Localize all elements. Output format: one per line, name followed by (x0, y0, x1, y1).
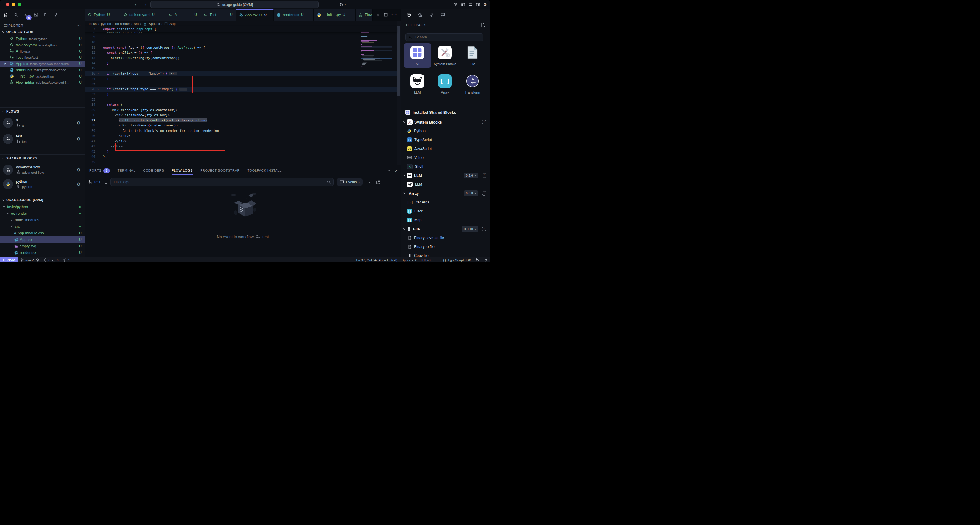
gear-icon[interactable]: ⚙ (76, 137, 80, 141)
code-line-12[interactable]: 12 const onClick = () => { (84, 50, 397, 56)
eol-setting[interactable]: LF (433, 257, 441, 263)
tab-render.tsx[interactable]: render.tsxU (274, 9, 314, 21)
block-item-binary-to-file[interactable]: Binary to file (401, 242, 490, 251)
tab-A[interactable]: AU (165, 9, 200, 21)
code-line-8[interactable]: 8 contextProps: any; (84, 32, 397, 35)
tree-item-App.tsx[interactable]: App.tsxU (0, 236, 84, 243)
code-line-10[interactable]: 10 (84, 40, 397, 45)
breadcrumb-item[interactable]: oo-render (115, 22, 130, 26)
tree-item-render.tsx[interactable]: render.tsxU (0, 249, 84, 256)
shared-blocks-header[interactable]: SHARED BLOCKS (0, 156, 84, 161)
open-editor-__init__.py[interactable]: __init__.pytasks/pythonU (0, 73, 84, 79)
code-line-43[interactable]: 43 ); (84, 149, 397, 155)
tab-Flow[interactable]: Flow (356, 9, 373, 21)
open-editor-Python[interactable]: Pythontasks/pythonU (0, 36, 84, 42)
flow-card-test[interactable]: test test ⚙ (0, 131, 84, 147)
remote-indicator[interactable]: OVM (0, 257, 18, 263)
toolpack-tile-system-blocks[interactable]: System Blocks (431, 43, 459, 68)
breadcrumb-symbol[interactable]: App (169, 22, 175, 26)
flow-card-s[interactable]: s a ⚙ (0, 115, 84, 131)
info-icon[interactable]: i (482, 173, 487, 178)
settings-gear-icon[interactable]: ⚙ (483, 2, 487, 6)
customize-layout-icon[interactable] (453, 2, 458, 7)
forward-button[interactable]: → (143, 2, 147, 6)
branch-indicator[interactable]: main* (18, 257, 41, 263)
export-logs-icon[interactable] (376, 180, 380, 184)
tree-item-src[interactable]: src (0, 223, 84, 230)
block-item-filter[interactable]: [ ]Filter (401, 207, 490, 215)
activity-item-files[interactable] (2, 11, 10, 19)
open-editor-render.tsx[interactable]: render.tsxtasks/python/oo-rende...U (0, 67, 84, 73)
tree-item-oo-render[interactable]: oo-render (0, 210, 84, 217)
events-dropdown[interactable]: Events ▾ (337, 179, 363, 185)
code-line-15[interactable]: 15 (84, 66, 397, 71)
toggle-sidebar-icon[interactable] (461, 2, 465, 7)
open-editor-A[interactable]: Aflows/aU (0, 48, 84, 54)
activity-item-search[interactable] (13, 11, 19, 19)
version-dropdown[interactable]: 0.0.8▾ (464, 190, 479, 196)
filter-logs-input[interactable] (111, 180, 327, 184)
code-line-45[interactable]: 45 (84, 160, 397, 165)
activity-item-folder[interactable] (43, 11, 50, 19)
breadcrumb-file[interactable]: App.tsx (149, 22, 160, 26)
open-editors-header[interactable]: OPEN EDITORS (0, 29, 84, 34)
version-dropdown[interactable]: 0.0.10▾ (461, 226, 479, 232)
toolpack-tile-all[interactable]: All (404, 43, 431, 68)
code-line-11[interactable]: 11export const App = ({ contextProps }: … (84, 45, 397, 51)
version-dropdown[interactable]: 0.2.6▾ (464, 172, 479, 179)
assistant-menu[interactable]: ▾ (339, 0, 346, 9)
block-item-javascript[interactable]: JSJavaScript (401, 144, 490, 153)
activity-item-key[interactable] (53, 11, 60, 19)
shared-block-python[interactable]: python python ⚙ (0, 176, 84, 192)
tree-item-tasks/python[interactable]: tasks/python (0, 204, 84, 210)
block-item-value[interactable]: Value (401, 153, 490, 162)
log-flow-selector[interactable]: test (88, 180, 100, 184)
gear-icon[interactable]: ⚙ (76, 168, 80, 172)
panel-close-icon[interactable]: × (395, 168, 398, 173)
code-line-26[interactable]: 26› if (contextProps.type === "image") {… (84, 87, 397, 92)
block-item-llm[interactable]: LLM (401, 180, 490, 189)
rocket-icon[interactable] (428, 11, 435, 19)
code-line-44[interactable]: 44}; (84, 154, 397, 160)
close-editor-icon[interactable]: × (4, 62, 8, 66)
gift-icon[interactable] (417, 11, 424, 19)
code-line-42[interactable]: 42 </div> (84, 144, 397, 149)
toolpack-tile-file[interactable]: File (458, 43, 486, 68)
panel-tab-project-bootstrap[interactable]: PROJECT BOOTSTRAP (200, 165, 240, 176)
activity-item-extensions[interactable] (33, 11, 40, 19)
command-center-search[interactable]: usage-guide [OVM] (151, 1, 319, 8)
new-toolpack-icon[interactable] (480, 22, 485, 28)
clear-logs-icon[interactable] (368, 180, 372, 184)
cursor-position[interactable]: Ln 37, Col 54 (45 selected) (354, 257, 399, 263)
code-line-39[interactable]: 39 Go to this block's oo-render for cust… (84, 128, 397, 134)
code-line-9[interactable]: 9} (84, 35, 397, 40)
feedback-icon[interactable] (439, 11, 446, 19)
more-actions-icon[interactable]: ··· (391, 12, 397, 18)
open-editor-task.oo.yaml[interactable]: task.oo.yamltasks/pythonU (0, 42, 84, 48)
code-line-34[interactable]: 34 return ( (84, 102, 397, 107)
block-item-shell[interactable]: >_Shell (401, 162, 490, 171)
info-icon[interactable]: i (482, 120, 487, 124)
code-line-7[interactable]: 7export interface AppProps { (84, 26, 397, 32)
flows-header[interactable]: FLOWS (0, 109, 84, 114)
breadcrumb-item[interactable]: python (101, 22, 111, 26)
block-group-llm[interactable]: LLM 0.2.6▾ i (401, 171, 490, 180)
panel-maximize-icon[interactable] (387, 169, 391, 173)
block-item-typescript[interactable]: TSTypeScript (401, 136, 490, 144)
toggle-secondary-sidebar-icon[interactable] (476, 2, 480, 7)
encoding-setting[interactable]: UTF-8 (419, 257, 433, 263)
explorer-more-icon[interactable]: ··· (77, 24, 81, 27)
toolpack-panel-icon[interactable] (406, 11, 412, 19)
tree-item-node_modules[interactable]: node_modules (0, 217, 84, 223)
tab-task.oo.yaml[interactable]: task.oo.yamlU (120, 9, 165, 21)
open-editor-App.tsx[interactable]: ×App.tsxtasks/python/oo-render/srcU (0, 61, 84, 67)
open-editor-Flow Editor[interactable]: Flow Editorsubflows/advanced-fl...U (0, 79, 84, 86)
toolpack-search-input[interactable] (415, 35, 480, 40)
indentation-setting[interactable]: Spaces: 2 (399, 257, 419, 263)
code-line-38[interactable]: 38 <div className={styles.inner}> (84, 123, 397, 128)
code-line-25[interactable]: 25 (84, 81, 397, 87)
code-line-40[interactable]: 40 </div> (84, 133, 397, 139)
block-item-map[interactable]: [ ]Map (401, 215, 490, 225)
toggle-panel-icon[interactable] (468, 2, 473, 7)
block-group-system-blocks[interactable]: System Blocks i (401, 118, 490, 126)
